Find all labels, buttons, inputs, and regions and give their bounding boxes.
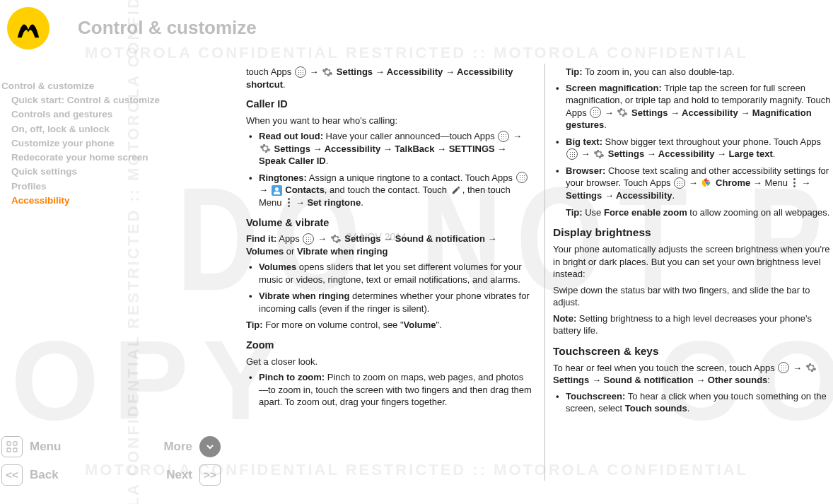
gear-icon [330, 233, 342, 245]
motorola-logo [7, 7, 49, 49]
back-label[interactable]: Back [30, 467, 59, 484]
p-brightness-swipe: Swipe down the status bar with two finge… [553, 284, 832, 309]
nav-quick-start[interactable]: Quick start: Control & customize [1, 94, 221, 108]
menu-label[interactable]: Menu [30, 439, 61, 455]
apps-icon [590, 107, 601, 118]
back-icon[interactable]: << [1, 464, 23, 486]
gear-icon [617, 107, 628, 118]
heading-display-brightness: Display brightness [553, 225, 832, 240]
svg-rect-1 [13, 442, 17, 445]
more-icon[interactable] [199, 436, 221, 457]
next-icon[interactable]: >> [199, 464, 221, 486]
p-brightness-note: Note: Setting brightness to a high level… [553, 312, 832, 337]
next-label[interactable]: Next [166, 467, 192, 484]
p-find-it-volume: Find it: Apps → Settings → Sound & notif… [246, 233, 532, 257]
li-ringtones: Ringtones: Assign a unique ringtone to a… [246, 172, 532, 209]
li-big-text: Big text: Show bigger text throughout yo… [553, 136, 832, 160]
p-caller-id: When you want to hear who's calling: [246, 115, 532, 127]
p-accessibility-shortcut: touch Apps → Settings → Accessibility → … [246, 66, 532, 90]
chrome-icon [701, 177, 712, 189]
content-column-1: touch Apps → Settings → Accessibility → … [246, 64, 532, 488]
p-brightness-auto: Your phone automatically adjusts the scr… [553, 243, 832, 281]
nav-controls-gestures[interactable]: Controls and gestures [1, 108, 221, 122]
nav-quick-settings[interactable]: Quick settings [1, 165, 221, 180]
apps-icon [303, 233, 314, 245]
bottom-nav: Menu More << Back Next >> [1, 433, 221, 489]
svg-rect-3 [13, 448, 17, 452]
apps-icon [778, 362, 789, 373]
heading-volume-vibrate: Volume & vibrate [246, 216, 532, 230]
gear-icon [260, 143, 271, 154]
menu-icon[interactable] [1, 436, 23, 457]
apps-icon [566, 148, 578, 160]
nav-profiles[interactable]: Profiles [1, 180, 221, 194]
watermark-curve-top: MOTOROLA CONFIDENTIAL RESTRICTED :: MOTO… [0, 42, 833, 64]
p-zoom: Get a closer look. [246, 356, 532, 368]
gear-icon [805, 362, 817, 373]
watermark-curve-left: MOTOROLA CONFIDENTIAL RESTRICTED :: MOTO… [123, 0, 144, 504]
apps-icon [295, 66, 306, 78]
page-title: Control & customize [78, 16, 257, 40]
heading-zoom: Zoom [246, 339, 532, 353]
pencil-icon [450, 184, 462, 196]
apps-icon [674, 177, 685, 189]
apps-icon [516, 172, 528, 183]
li-read-out-loud: Read out loud: Have your caller announce… [246, 130, 532, 168]
heading-touchscreen-keys: Touchscreen & keys [553, 344, 832, 359]
nav-control-customize[interactable]: Control & customize [1, 80, 221, 94]
column-divider [544, 64, 545, 481]
nav-customize-phone[interactable]: Customize your phone [1, 137, 221, 151]
li-vibrate-when-ringing: Vibrate when ringing determines whether … [246, 290, 532, 315]
heading-caller-id: Caller ID [246, 98, 532, 112]
p-tip-double-tap: Tip: To zoom in, you can also double-tap… [553, 66, 832, 78]
svg-rect-2 [7, 448, 11, 452]
gear-icon [322, 66, 333, 78]
section-nav: Control & customize Quick start: Control… [1, 80, 221, 209]
nav-accessibility[interactable]: Accessibility [1, 194, 221, 209]
p-touchscreen-intro: To hear or feel when you touch the scree… [553, 362, 832, 387]
menu-dots-icon [791, 177, 798, 189]
content-column-2: Tip: To zoom in, you can also double-tap… [553, 64, 832, 488]
apps-icon [498, 131, 509, 142]
li-browser: Browser: Choose text scaling and other a… [553, 165, 832, 218]
gear-icon [593, 148, 605, 160]
nav-redecorate-home[interactable]: Redecorate your home screen [1, 151, 221, 165]
li-volumes: Volumes opens sliders that let you set d… [246, 261, 532, 286]
menu-dots-icon [285, 197, 292, 209]
li-touchscreen: Touchscreen: To hear a click when you to… [553, 390, 832, 415]
nav-on-off-lock[interactable]: On, off, lock & unlock [1, 123, 221, 137]
contacts-icon [272, 185, 282, 196]
more-label[interactable]: More [163, 439, 192, 455]
svg-rect-0 [7, 442, 11, 445]
li-pinch-to-zoom: Pinch to zoom: Pinch to zoom on maps, we… [246, 371, 532, 409]
li-screen-magnification: Screen magnification: Triple tap the scr… [553, 82, 832, 131]
p-tip-volume: Tip: For more on volume control, see "Vo… [246, 319, 532, 332]
